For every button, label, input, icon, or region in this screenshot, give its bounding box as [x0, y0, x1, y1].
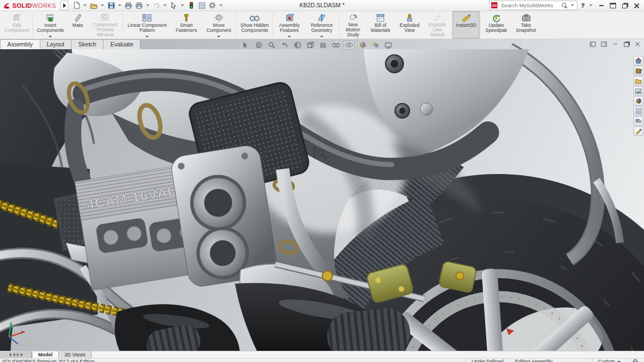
edit-appearance-icon[interactable]: [358, 41, 368, 49]
help-dropdown-caret[interactable]: [589, 4, 593, 6]
open-button[interactable]: [89, 1, 98, 10]
component-preview-icon: [100, 13, 110, 22]
rebuild-button[interactable]: [186, 1, 196, 10]
graphics-viewport[interactable]: 4CAM 16VALV: [0, 39, 644, 351]
mate-paperclip-icon: [73, 13, 82, 22]
tags-pencil-icon[interactable]: [633, 126, 643, 136]
menu-expand-button[interactable]: [60, 1, 68, 10]
component-preview-window-button[interactable]: Component Preview Window: [88, 11, 122, 39]
doc-minimize-button[interactable]: [612, 41, 619, 47]
options-button[interactable]: [208, 1, 217, 10]
zoom-to-area-icon[interactable]: [266, 41, 276, 49]
heads-up-view-toolbar: [241, 40, 393, 50]
edit-component-button[interactable]: Edit Component: [2, 11, 32, 39]
print-dropdown-caret[interactable]: [146, 4, 149, 6]
hide-show-items-icon[interactable]: [331, 41, 341, 49]
search-icon[interactable]: [562, 3, 567, 8]
custom-properties-icon[interactable]: [633, 106, 643, 116]
explode-line-sketch-button[interactable]: Explode Line Sketch: [424, 11, 451, 39]
search-box[interactable]: DS: [489, 1, 577, 10]
restore-button[interactable]: [621, 2, 629, 9]
appearances-scenes-icon[interactable]: [633, 96, 643, 106]
tag-button[interactable]: [626, 359, 644, 362]
new-dropdown-caret[interactable]: [83, 4, 87, 6]
quick-access-toolbar: [72, 1, 224, 10]
mate-button[interactable]: Mate: [67, 11, 88, 39]
search-input[interactable]: [500, 2, 560, 9]
options-dropdown-caret[interactable]: [219, 4, 223, 6]
move-component-button[interactable]: Move Component: [202, 11, 236, 39]
instant3d-button[interactable]: Instant3D: [453, 11, 480, 39]
section-view-icon[interactable]: [292, 41, 302, 49]
eye-visibility-icon[interactable]: [344, 40, 355, 50]
nav-first-icon[interactable]: [9, 353, 11, 356]
save-button[interactable]: [106, 1, 116, 10]
select-button[interactable]: [169, 1, 178, 10]
search-dropdown-caret[interactable]: [571, 4, 574, 6]
print-preview-button[interactable]: [134, 1, 144, 10]
save-dropdown-caret[interactable]: [118, 4, 121, 6]
motion-study-icon: [349, 13, 358, 22]
sheet-nav-buttons[interactable]: [0, 351, 32, 358]
tab-sketch[interactable]: Sketch: [71, 39, 104, 49]
view-settings-icon[interactable]: [383, 41, 393, 49]
display-style-icon[interactable]: [318, 41, 328, 49]
select-dropdown-caret[interactable]: [181, 4, 184, 6]
doc-restore-button[interactable]: [623, 41, 630, 47]
view-orientation-icon[interactable]: [305, 41, 315, 49]
smart-fasteners-icon: [182, 13, 191, 22]
file-properties-button[interactable]: [197, 1, 206, 10]
apply-scene-icon[interactable]: [370, 41, 380, 49]
task-pane-tabs: [633, 56, 643, 136]
take-snapshot-button[interactable]: Take Snapshot: [511, 11, 540, 39]
linear-pattern-icon: [142, 13, 153, 22]
minimize-icon: [599, 5, 604, 6]
zoom-to-fit-icon[interactable]: [253, 41, 264, 49]
linear-component-pattern-button[interactable]: Linear Component Pattern: [124, 11, 171, 39]
show-hidden-components-button[interactable]: Show Hidden Components: [237, 11, 272, 39]
view-palette-icon[interactable]: [633, 86, 643, 96]
bill-of-materials-button[interactable]: Bill of Materials: [366, 11, 395, 39]
configuration-selector[interactable]: Custom: [592, 359, 626, 362]
previous-view-icon[interactable]: [279, 41, 289, 49]
solidworks-forum-icon[interactable]: [633, 116, 643, 126]
nav-next-icon[interactable]: [17, 353, 19, 356]
status-bar: SOLIDWORKS Premium 2017 x64 Edition Unde…: [0, 358, 644, 362]
nav-prev-icon[interactable]: [13, 353, 15, 356]
undo-button[interactable]: [152, 1, 161, 10]
tab-assembly[interactable]: Assembly: [0, 39, 40, 49]
smart-fasteners-button[interactable]: Smart Fasteners: [171, 11, 202, 39]
minimize-button[interactable]: [597, 2, 605, 9]
tab-model[interactable]: Model: [32, 351, 59, 358]
tab-3d-views[interactable]: 3D Views: [59, 351, 92, 358]
help-button[interactable]: ?: [581, 2, 585, 9]
doc-show-tree-button[interactable]: [589, 41, 596, 47]
document-window-controls: [589, 41, 641, 47]
reference-geometry-icon: [317, 13, 327, 22]
print-button[interactable]: [124, 1, 133, 10]
reference-geometry-button[interactable]: Reference Geometry: [305, 11, 339, 39]
doc-close-button[interactable]: [634, 41, 641, 47]
document-mode-tabs: Assembly Layout Sketch Evaluate: [0, 39, 140, 49]
solidworks-resources-home-icon[interactable]: [633, 56, 643, 65]
sheet-tab-bar: Model 3D Views: [0, 351, 644, 358]
assembly-features-button[interactable]: Assembly Features: [274, 11, 305, 39]
exploded-view-button[interactable]: Exploded View: [395, 11, 424, 39]
undo-dropdown-caret[interactable]: [163, 4, 167, 6]
new-document-button[interactable]: [72, 1, 81, 10]
select-arrow-icon[interactable]: [241, 41, 251, 49]
file-explorer-icon[interactable]: [633, 76, 643, 86]
design-library-icon[interactable]: [633, 66, 643, 76]
tab-layout[interactable]: Layout: [40, 39, 72, 49]
insert-components-button[interactable]: Insert Components: [34, 11, 67, 39]
tab-evaluate[interactable]: Evaluate: [103, 39, 140, 49]
arrange-button[interactable]: [609, 2, 617, 9]
nav-last-icon[interactable]: [21, 353, 23, 356]
doc-pane-button[interactable]: [600, 41, 608, 47]
new-motion-study-button[interactable]: New Motion Study: [340, 11, 366, 39]
update-speedpak-button[interactable]: Update Speedpak: [481, 11, 511, 39]
open-dropdown-caret[interactable]: [101, 4, 104, 6]
model-scene: 4CAM 16VALV: [0, 39, 644, 351]
close-button[interactable]: [632, 2, 641, 9]
logo-text: SOLIDWORKS: [12, 2, 56, 9]
